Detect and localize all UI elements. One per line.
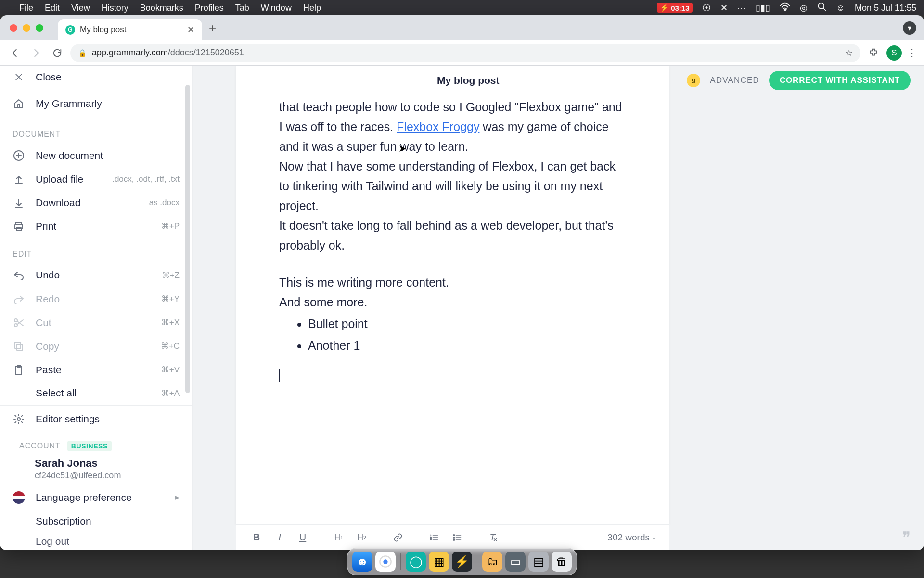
dock-app-icon[interactable]: ⚡	[452, 552, 472, 572]
nav-back-button[interactable]	[7, 45, 23, 61]
sidebar-item-label: Log out	[36, 536, 69, 547]
window-minimize-button[interactable]	[23, 24, 30, 32]
sidebar-header-edit: EDIT	[0, 238, 192, 263]
window-controls	[10, 24, 43, 32]
feedback-quote-icon[interactable]: ❞	[902, 528, 911, 547]
editor-link-flexbox-froggy[interactable]: Flexbox Froggy	[397, 120, 479, 133]
sidebar-item-label: Subscription	[36, 515, 91, 527]
document-title[interactable]: My blog post	[437, 75, 500, 86]
bold-button[interactable]: B	[249, 530, 264, 545]
recording-timer-badge[interactable]: 03:13	[657, 3, 692, 13]
bookmark-star-icon[interactable]: ☆	[845, 48, 853, 58]
macos-dock: ☻ ◯ ▦ ⚡ 🗂 ▭ ▤ 🗑	[347, 548, 577, 575]
sidebar-download-hint: as .docx	[149, 198, 180, 208]
battery-icon[interactable]: ▯▮▯	[756, 2, 770, 13]
sidebar-item-label: New document	[36, 150, 103, 161]
menubar-item-profiles[interactable]: Profiles	[195, 3, 224, 13]
chrome-menu-icon[interactable]: ⋮	[907, 47, 917, 59]
menubar-item-file[interactable]: File	[19, 3, 33, 13]
sidebar-download[interactable]: Download as .docx	[0, 191, 192, 215]
sidebar-account-info[interactable]: Sarah Jonas cf24dc51@uifeed.com	[0, 454, 192, 486]
menubar-item-bookmarks[interactable]: Bookmarks	[140, 3, 183, 13]
sidebar-header-account: ACCOUNT	[19, 442, 61, 450]
sidebar-logout[interactable]: Log out	[0, 533, 192, 550]
sidebar-my-grammarly[interactable]: My Grammarly	[0, 89, 192, 118]
dock-app-icon[interactable]: ▭	[505, 552, 526, 572]
document-paper[interactable]: I remember a conversation from the Indie…	[236, 66, 669, 524]
sidebar-select-all[interactable]: Select all ⌘+A	[0, 381, 192, 405]
extensions-icon[interactable]	[865, 45, 882, 61]
sidebar-close[interactable]: Close	[0, 66, 192, 89]
dock-finder-icon[interactable]: ☻	[352, 552, 372, 572]
dock-app-icon[interactable]: ▦	[429, 552, 449, 572]
sidebar-redo[interactable]: Redo ⌘+Y	[0, 287, 192, 311]
chevron-up-icon: ▴	[653, 534, 655, 541]
window-zoom-button[interactable]	[36, 24, 43, 32]
sidebar-new-document[interactable]: New document	[0, 144, 192, 167]
underline-button[interactable]: U	[295, 530, 310, 545]
sidebar-upload-file[interactable]: Upload file .docx, .odt, .rtf, .txt	[0, 167, 192, 191]
sidebar-cut[interactable]: Cut ⌘+X	[0, 311, 192, 334]
user-icon[interactable]: ☺	[836, 3, 845, 13]
sidebar-language[interactable]: Language preference ▸	[0, 486, 192, 509]
browser-tab[interactable]: G My blog post ✕	[58, 19, 202, 40]
unordered-list-button[interactable]	[450, 530, 464, 545]
sidebar-scrollbar[interactable]	[185, 85, 190, 393]
nav-reload-button[interactable]	[49, 45, 65, 61]
word-count[interactable]: 302 words▴	[607, 532, 655, 543]
undo-icon	[13, 269, 25, 281]
tab-overflow-icon[interactable]: ▾	[903, 21, 916, 35]
ordered-list-button[interactable]	[427, 530, 441, 545]
menubar-item-tab[interactable]: Tab	[235, 3, 249, 13]
menubar-clock[interactable]: Mon 5 Jul 11:55	[855, 3, 916, 13]
macos-menubar: Chrome File Edit View History Bookmarks …	[0, 0, 924, 15]
status-icon[interactable]: ⦿	[702, 3, 711, 13]
profile-avatar[interactable]: S	[886, 45, 902, 61]
sidebar-copy[interactable]: Copy ⌘+C	[0, 334, 192, 358]
window-close-button[interactable]	[10, 24, 17, 32]
correct-with-assistant-button[interactable]: CORRECT WITH ASSISTANT	[769, 71, 911, 90]
tab-favicon: G	[65, 25, 75, 35]
dock-trash-icon[interactable]: 🗑	[552, 552, 572, 572]
clipboard-icon	[13, 364, 25, 376]
sidebar-editor-settings[interactable]: Editor settings	[0, 406, 192, 434]
address-bar[interactable]: 🔒 app.grammarly.com/ddocs/1215020651 ☆	[70, 44, 860, 62]
menubar-item-help[interactable]: Help	[303, 3, 321, 13]
new-tab-button[interactable]: +	[209, 21, 216, 36]
tab-close-icon[interactable]: ✕	[187, 25, 194, 35]
menubar-item-history[interactable]: History	[102, 3, 128, 13]
mouse-pointer-icon: ➤	[398, 143, 407, 154]
wifi-icon[interactable]	[780, 2, 790, 13]
sidebar-subscription[interactable]: Subscription	[0, 509, 192, 533]
dock-app-icon[interactable]: ▤	[528, 552, 549, 572]
link-button[interactable]	[391, 530, 405, 545]
menubar-item-window[interactable]: Window	[261, 3, 292, 13]
heading2-button[interactable]: H2	[355, 530, 369, 545]
italic-button[interactable]: I	[272, 530, 287, 545]
issue-count-badge[interactable]: 9	[687, 74, 700, 87]
dock-app-icon[interactable]: ◯	[406, 552, 426, 572]
dock-folder-icon[interactable]: 🗂	[482, 552, 502, 572]
account-name: Sarah Jonas	[35, 457, 180, 470]
site-lock-icon[interactable]: 🔒	[78, 49, 87, 57]
clear-formatting-button[interactable]	[486, 530, 500, 545]
status-icon[interactable]: ✕	[720, 2, 728, 13]
dock-chrome-icon[interactable]	[375, 552, 396, 572]
status-icon[interactable]: ⋯	[737, 2, 746, 13]
sidebar-item-label: Download	[36, 197, 80, 209]
sidebar-paste[interactable]: Paste ⌘+V	[0, 358, 192, 381]
control-center-icon[interactable]: ◎	[800, 2, 808, 13]
nav-forward-button[interactable]	[28, 45, 44, 61]
scissors-icon	[13, 316, 25, 329]
heading1-button[interactable]: H1	[332, 530, 346, 545]
sidebar-undo[interactable]: Undo ⌘+Z	[0, 263, 192, 287]
sidebar-panel: Close My Grammarly DOCUMENT New document	[0, 66, 192, 550]
spotlight-icon[interactable]	[817, 2, 827, 14]
document-editor[interactable]: I remember a conversation from the Indie…	[279, 66, 626, 385]
keyboard-shortcut: ⌘+Y	[161, 294, 180, 304]
menubar-item-view[interactable]: View	[71, 3, 90, 13]
menubar-item-edit[interactable]: Edit	[45, 3, 60, 13]
performance-label[interactable]: ADVANCED	[710, 76, 759, 85]
sidebar-header-document: DOCUMENT	[0, 118, 192, 144]
sidebar-print[interactable]: Print ⌘+P	[0, 215, 192, 238]
